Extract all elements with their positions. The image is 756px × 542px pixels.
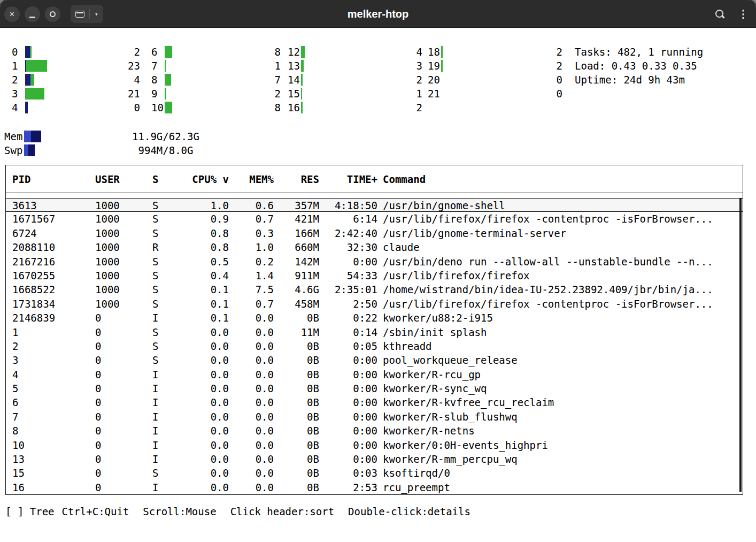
cell-state: S [152,353,179,367]
cell-user: 0 [95,438,152,452]
cell-pid: 4 [12,368,95,381]
cell-cpu: 0.0 [179,339,229,353]
cell-user: 0 [95,368,152,381]
table-row[interactable]: 150S0.00.00B0:03ksoftirqd/0 [6,466,743,480]
cell-res: 0B [274,438,319,452]
table-row[interactable]: 80I0.00.00B0:00kworker/R-netns [6,424,743,438]
cell-command: kworker/R-rcu_gp [377,368,743,381]
table-row[interactable]: 16702551000S0.41.4911M54:33/usr/lib/fire… [6,269,743,283]
cpu-meter-sys-fill [25,74,30,86]
cell-res: 11M [274,325,319,339]
cpu-core-row: 123 [12,59,140,73]
tree-toggle[interactable]: [ ] Tree [5,506,55,517]
table-row[interactable]: 20881101000R0.81.0660M32:30claude [6,240,743,254]
cpu-core-pct: 0 [550,74,562,86]
col-header-time[interactable]: TIME+ [319,173,377,185]
cpu-core-pct: 23 [127,60,140,72]
cell-cpu: 0.5 [179,255,229,269]
scrollbar-thumb[interactable] [739,199,742,492]
table-row[interactable]: 160I0.00.00B2:53rcu_preempt [6,480,743,494]
table-row[interactable]: 40I0.00.00B0:00kworker/R-rcu_gp [6,368,743,381]
table-row[interactable]: 17318341000S0.10.7458M2:50/usr/lib/firef… [6,297,743,311]
cell-user: 0 [95,325,152,339]
cell-res: 0B [274,466,319,480]
cpu-core-pct: 1 [410,88,422,100]
load-average: Load: 0.43 0.33 0.35 [575,59,703,73]
table-row[interactable]: 67241000S0.80.3166M2:42:40/usr/lib/gnome… [6,226,743,240]
table-row[interactable]: 100I0.00.00B0:00kworker/0:0H-events_high… [6,438,743,452]
tasks-summary: Tasks: 482, 1 running [575,45,703,59]
cell-pid: 8 [12,424,95,438]
cell-command: kworker/R-netns [377,424,743,438]
cell-time: 0:14 [319,325,377,339]
memory-meter-row: Mem 11.9G/62.3G [4,129,118,143]
col-header-command[interactable]: Command [377,173,743,185]
col-header-mem[interactable]: MEM% [229,173,274,185]
cell-state: S [152,466,179,480]
restore-icon [50,11,56,17]
cell-command: kworker/0:0H-events_highpri [377,438,743,452]
cpu-meter-user-fill [441,46,443,58]
cpu-core-id: 3 [12,88,25,100]
cell-user: 0 [95,311,152,325]
table-row[interactable]: 16715671000S0.90.7421M6:14/usr/lib/firef… [6,212,743,226]
cpu-meter-sys-fill [25,46,30,58]
cell-time: 0:00 [319,424,377,438]
table-row[interactable]: 50I0.00.00B0:00kworker/R-sync_wq [6,381,743,395]
cpu-meter-user-fill [165,102,172,113]
cell-command: /usr/lib/gnome-terminal-server [377,226,743,240]
table-row[interactable]: 70I0.00.00B0:00kworker/R-slub_flushwq [6,410,743,424]
cpu-core-row: 124 [288,45,422,59]
minimize-button[interactable] [25,6,40,22]
cpu-meter-sys-fill [25,102,28,113]
terminal-window: ✕ ▾ melker-htop ⋮ 021232432140 687187921… [0,0,756,542]
cpu-core-pct: 8 [268,46,281,58]
table-row[interactable]: 36131000S1.00.6357M4:18:50/usr/bin/gnome… [6,198,743,212]
cpu-core-row: 87 [151,73,281,87]
cpu-meter-user-fill [26,60,47,72]
col-header-cpu[interactable]: CPU% v [179,173,229,185]
table-row[interactable]: 21672161000S0.50.2142M0:00/usr/bin/deno … [6,255,743,269]
cpu-core-pct: 4 [410,46,422,58]
minimize-icon [29,17,35,18]
table-row[interactable]: 20S0.00.00B0:05kthreadd [6,339,743,353]
cell-command: /usr/lib/firefox/firefox [377,269,743,283]
cell-cpu: 0.8 [179,240,229,254]
table-row[interactable]: 60I0.00.00B0:00kworker/R-kvfree_rcu_recl… [6,395,743,409]
cell-state: S [152,269,179,283]
close-button[interactable]: ✕ [4,6,20,22]
cpu-meter-user-fill [165,60,166,72]
restore-button[interactable] [45,6,60,22]
swap-meter-row: Swp 994M/8.0G [4,143,118,157]
help-hint: Click header:sort [230,506,334,517]
cell-user: 0 [95,339,152,353]
cell-state: I [152,368,179,381]
cell-user: 1000 [95,297,152,311]
table-row[interactable]: 21468390I0.10.00B0:22kworker/u88:2-i915 [6,311,743,325]
cpu-core-row: 151 [288,87,422,101]
cpu-core-pct: 0 [127,102,140,113]
terminal-menu-button[interactable]: ▾ [71,5,103,23]
table-row[interactable]: 130I0.00.00B0:00kworker/R-mm_percpu_wq [6,452,743,466]
col-header-user[interactable]: USER [95,173,152,185]
cpu-core-row: 182 [428,45,562,59]
cell-command: kworker/u88:2-i915 [377,311,743,325]
cell-pid: 5 [12,381,95,395]
cell-state: I [152,311,179,325]
cpu-core-meter [25,102,123,113]
search-icon[interactable] [715,9,725,19]
cpu-core-pct: 1 [268,60,281,72]
col-header-state[interactable]: S [152,173,179,185]
cell-command: kthreadd [377,339,743,353]
col-header-pid[interactable]: PID [12,173,95,185]
menu-kebab-icon[interactable]: ⋮ [738,9,749,19]
cell-pid: 16 [12,480,95,494]
table-row[interactable]: 16685221000S0.17.54.6G2:35:01/home/wistr… [6,283,743,296]
cell-mem: 0.7 [229,297,274,311]
table-row[interactable]: 10S0.00.011M0:14/sbin/init splash [6,325,743,339]
cpu-core-row: 24 [12,73,140,87]
col-header-res[interactable]: RES [274,173,319,185]
cell-cpu: 0.1 [179,297,229,311]
table-row[interactable]: 30S0.00.00B0:00pool_workqueue_release [6,353,743,367]
cell-user: 0 [95,480,152,494]
